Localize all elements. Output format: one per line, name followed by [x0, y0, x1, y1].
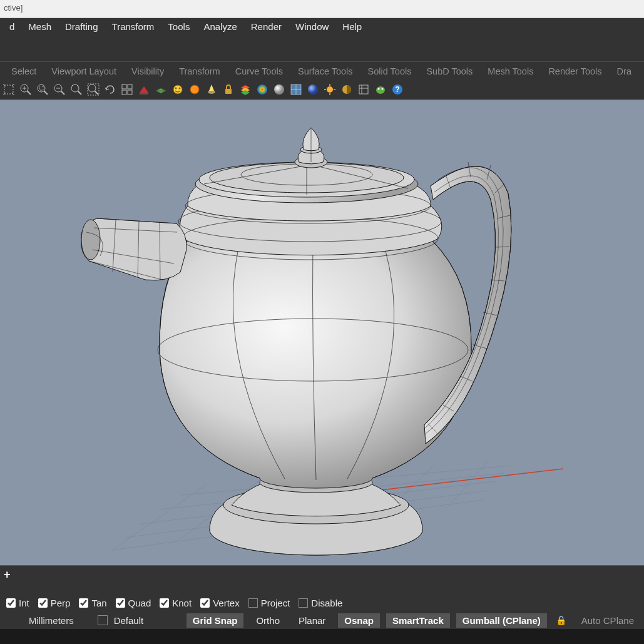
tab-subd-tools[interactable]: SubD Tools — [419, 63, 480, 80]
window-title: ctive] — [4, 3, 23, 13]
tab-transform[interactable]: Transform — [171, 63, 228, 80]
title-bar: ctive] — [0, 0, 644, 18]
tab-solid-tools[interactable]: Solid Tools — [360, 63, 419, 80]
help-icon[interactable]: ? — [390, 82, 405, 97]
set-view-icon[interactable] — [136, 82, 151, 97]
tab-select[interactable]: Select — [4, 63, 44, 80]
svg-rect-43 — [359, 85, 368, 94]
ground-plane-icon[interactable] — [339, 82, 354, 97]
tab-drafting[interactable]: Dra — [610, 63, 639, 80]
ortho-toggle[interactable]: Ortho — [250, 613, 286, 628]
gumball-toggle[interactable]: Gumball (CPlane) — [456, 613, 547, 628]
menu-window[interactable]: Window — [289, 19, 335, 34]
osnap-perp[interactable]: Perp — [38, 598, 71, 608]
tab-surface-tools[interactable]: Surface Tools — [290, 63, 360, 80]
svg-line-9 — [61, 91, 64, 95]
svg-point-27 — [208, 90, 215, 94]
svg-point-48 — [382, 88, 384, 90]
svg-text:?: ? — [395, 85, 399, 94]
osnap-vertex[interactable]: Vertex — [200, 598, 240, 608]
shade-icon[interactable] — [187, 82, 202, 97]
svg-rect-7 — [39, 86, 43, 90]
texture-icon[interactable] — [289, 82, 304, 97]
render-icon[interactable] — [272, 82, 287, 97]
tab-render-tools[interactable]: Render Tools — [541, 63, 609, 80]
svg-rect-17 — [128, 84, 132, 89]
menu-d[interactable]: d — [3, 19, 21, 34]
spacer — [0, 584, 644, 594]
svg-line-6 — [44, 91, 48, 95]
svg-point-36 — [308, 84, 318, 95]
status-bar: Millimeters Default Grid Snap Ortho Plan… — [0, 611, 644, 629]
osnap-project[interactable]: Project — [248, 598, 290, 608]
osnap-disable[interactable]: Disable — [299, 598, 342, 608]
add-viewport-button[interactable]: + — [4, 568, 11, 581]
svg-point-46 — [376, 86, 385, 94]
svg-line-2 — [27, 91, 31, 95]
osnap-toggle[interactable]: Osnap — [338, 613, 380, 628]
cplane-icon[interactable] — [153, 82, 168, 97]
zoom-in-icon[interactable] — [18, 82, 33, 97]
named-view-icon[interactable] — [170, 82, 185, 97]
svg-point-22 — [173, 85, 182, 94]
layers-icon[interactable] — [238, 82, 253, 97]
menu-mesh[interactable]: Mesh — [21, 19, 58, 34]
osnap-knot[interactable]: Knot — [160, 598, 192, 608]
osnap-bar: Int Perp Tan Quad Knot Vertex Project Di… — [0, 594, 644, 611]
zoom-extents-icon[interactable] — [1, 82, 16, 97]
svg-rect-0 — [4, 85, 13, 94]
svg-point-30 — [257, 84, 267, 95]
svg-rect-16 — [122, 84, 126, 89]
zoom-out-icon[interactable] — [52, 82, 67, 97]
menu-drafting[interactable]: Drafting — [58, 19, 105, 34]
four-view-icon[interactable] — [120, 82, 135, 97]
svg-rect-28 — [225, 89, 232, 94]
zoom-selected-icon[interactable] — [69, 82, 84, 97]
menu-tools[interactable]: Tools — [161, 19, 197, 34]
planar-toggle[interactable]: Planar — [292, 613, 332, 628]
perspective-viewport[interactable] — [0, 99, 644, 565]
spotlight-icon[interactable] — [204, 82, 219, 97]
command-area — [0, 35, 644, 61]
svg-point-37 — [327, 86, 333, 93]
lock-icon[interactable]: 🔒 — [553, 615, 569, 625]
menu-analyze[interactable]: Analyze — [197, 19, 243, 34]
main-toolbar: ? — [0, 80, 644, 99]
options-icon[interactable] — [356, 82, 371, 97]
layer-color-swatch[interactable] — [98, 615, 108, 625]
autocplane-toggle[interactable]: Auto CPlane — [575, 613, 640, 628]
smarttrack-toggle[interactable]: SmartTrack — [386, 613, 450, 628]
svg-line-56 — [113, 484, 207, 550]
menu-transform[interactable]: Transform — [105, 19, 161, 34]
tab-viewport-layout[interactable]: Viewport Layout — [44, 63, 124, 80]
current-layer[interactable]: Default — [114, 615, 144, 626]
zoom-selected-all-icon[interactable] — [86, 82, 101, 97]
tab-visibility[interactable]: Visibility — [124, 63, 171, 80]
properties-icon[interactable] — [255, 82, 270, 97]
svg-line-14 — [95, 91, 98, 95]
sun-icon[interactable] — [322, 82, 337, 97]
osnap-tan[interactable]: Tan — [79, 598, 106, 608]
svg-point-31 — [274, 84, 284, 95]
menu-help[interactable]: Help — [335, 19, 369, 34]
osnap-quad[interactable]: Quad — [116, 598, 151, 608]
environment-icon[interactable] — [305, 82, 320, 97]
zoom-window-icon[interactable] — [35, 82, 50, 97]
tab-mesh-tools[interactable]: Mesh Tools — [480, 63, 541, 80]
units-display[interactable]: Millimeters — [4, 615, 74, 626]
lock-icon[interactable] — [221, 82, 236, 97]
svg-point-24 — [179, 88, 181, 89]
undo-view-icon[interactable] — [103, 82, 118, 97]
gridsnap-toggle[interactable]: Grid Snap — [187, 613, 244, 628]
svg-point-47 — [378, 88, 380, 90]
osnap-int[interactable]: Int — [6, 598, 29, 608]
svg-point-79 — [81, 220, 100, 260]
svg-rect-20 — [140, 93, 148, 95]
menu-render[interactable]: Render — [244, 19, 289, 34]
main-menu: d Mesh Drafting Transform Tools Analyze … — [0, 18, 644, 35]
grasshopper-icon[interactable] — [373, 82, 388, 97]
svg-line-62 — [376, 469, 563, 491]
viewport-tab-bar: + — [0, 565, 644, 584]
svg-point-23 — [175, 88, 177, 89]
tab-curve-tools[interactable]: Curve Tools — [228, 63, 290, 80]
